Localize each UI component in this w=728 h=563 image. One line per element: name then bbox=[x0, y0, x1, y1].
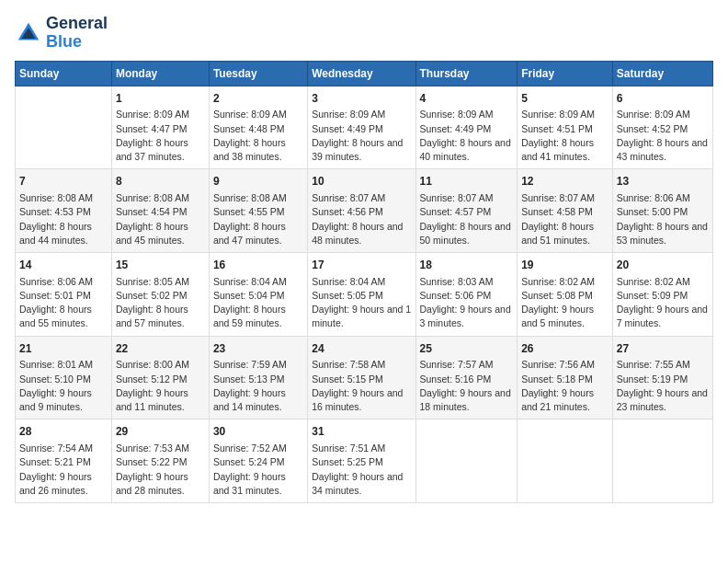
day-number: 24 bbox=[312, 341, 411, 357]
calendar-cell: 11Sunrise: 8:07 AMSunset: 4:57 PMDayligh… bbox=[415, 169, 518, 253]
day-detail: Sunrise: 8:08 AMSunset: 4:55 PMDaylight:… bbox=[213, 191, 303, 247]
calendar-cell: 28Sunrise: 7:54 AMSunset: 5:21 PMDayligh… bbox=[16, 419, 112, 503]
day-number: 15 bbox=[116, 258, 205, 273]
day-number: 2 bbox=[213, 91, 303, 107]
calendar-cell: 30Sunrise: 7:52 AMSunset: 5:24 PMDayligh… bbox=[209, 419, 307, 503]
day-number: 18 bbox=[420, 258, 514, 273]
calendar-cell: 12Sunrise: 8:07 AMSunset: 4:58 PMDayligh… bbox=[518, 169, 613, 253]
day-number: 31 bbox=[312, 424, 411, 440]
calendar-cell: 24Sunrise: 7:58 AMSunset: 5:15 PMDayligh… bbox=[308, 336, 415, 419]
logo-icon bbox=[15, 19, 42, 47]
day-number: 29 bbox=[116, 424, 205, 440]
day-detail: Sunrise: 8:09 AMSunset: 4:49 PMDaylight:… bbox=[312, 108, 411, 164]
day-number: 23 bbox=[213, 341, 303, 357]
calendar-cell: 15Sunrise: 8:05 AMSunset: 5:02 PMDayligh… bbox=[111, 252, 209, 336]
day-detail: Sunrise: 7:57 AMSunset: 5:16 PMDaylight:… bbox=[420, 358, 514, 414]
calendar-cell: 26Sunrise: 7:56 AMSunset: 5:18 PMDayligh… bbox=[518, 336, 613, 419]
day-number: 12 bbox=[521, 174, 609, 190]
calendar-cell: 29Sunrise: 7:53 AMSunset: 5:22 PMDayligh… bbox=[111, 419, 209, 503]
day-detail: Sunrise: 8:09 AMSunset: 4:52 PMDaylight:… bbox=[617, 108, 709, 164]
calendar-week-row: 14Sunrise: 8:06 AMSunset: 5:01 PMDayligh… bbox=[16, 252, 713, 336]
calendar-cell: 6Sunrise: 8:09 AMSunset: 4:52 PMDaylight… bbox=[612, 86, 712, 169]
calendar-week-row: 7Sunrise: 8:08 AMSunset: 4:53 PMDaylight… bbox=[16, 169, 713, 253]
day-detail: Sunrise: 7:51 AMSunset: 5:25 PMDaylight:… bbox=[312, 442, 411, 498]
day-number: 13 bbox=[617, 174, 709, 190]
day-number: 7 bbox=[19, 174, 108, 190]
day-number: 17 bbox=[312, 258, 411, 273]
day-number: 16 bbox=[213, 258, 303, 273]
logo: General Blue bbox=[15, 15, 108, 52]
calendar-cell: 4Sunrise: 8:09 AMSunset: 4:49 PMDaylight… bbox=[415, 86, 518, 169]
day-number: 8 bbox=[116, 174, 205, 190]
calendar-cell: 25Sunrise: 7:57 AMSunset: 5:16 PMDayligh… bbox=[415, 336, 518, 419]
day-number: 30 bbox=[213, 424, 303, 440]
day-number: 27 bbox=[617, 341, 709, 357]
day-number: 1 bbox=[116, 91, 205, 107]
day-detail: Sunrise: 8:06 AMSunset: 5:01 PMDaylight:… bbox=[19, 275, 108, 331]
calendar-cell: 3Sunrise: 8:09 AMSunset: 4:49 PMDaylight… bbox=[308, 86, 415, 169]
day-number: 9 bbox=[213, 174, 303, 190]
calendar-cell: 21Sunrise: 8:01 AMSunset: 5:10 PMDayligh… bbox=[16, 336, 112, 419]
day-detail: Sunrise: 7:58 AMSunset: 5:15 PMDaylight:… bbox=[312, 358, 411, 414]
calendar-cell: 17Sunrise: 8:04 AMSunset: 5:05 PMDayligh… bbox=[308, 252, 415, 336]
day-number: 5 bbox=[521, 91, 609, 107]
calendar-table: SundayMondayTuesdayWednesdayThursdayFrid… bbox=[15, 61, 713, 503]
day-number: 26 bbox=[521, 341, 609, 357]
day-detail: Sunrise: 7:56 AMSunset: 5:18 PMDaylight:… bbox=[521, 358, 609, 414]
day-detail: Sunrise: 8:03 AMSunset: 5:06 PMDaylight:… bbox=[420, 275, 514, 331]
calendar-cell bbox=[415, 419, 518, 503]
calendar-week-row: 21Sunrise: 8:01 AMSunset: 5:10 PMDayligh… bbox=[16, 336, 713, 419]
day-detail: Sunrise: 8:07 AMSunset: 4:58 PMDaylight:… bbox=[521, 191, 609, 247]
logo-text-line2: Blue bbox=[46, 33, 108, 52]
calendar-cell: 19Sunrise: 8:02 AMSunset: 5:08 PMDayligh… bbox=[518, 252, 613, 336]
day-detail: Sunrise: 8:09 AMSunset: 4:47 PMDaylight:… bbox=[116, 108, 205, 164]
day-detail: Sunrise: 8:04 AMSunset: 5:04 PMDaylight:… bbox=[213, 275, 303, 331]
day-detail: Sunrise: 8:00 AMSunset: 5:12 PMDaylight:… bbox=[116, 358, 205, 414]
day-detail: Sunrise: 7:53 AMSunset: 5:22 PMDaylight:… bbox=[116, 442, 205, 498]
day-number: 14 bbox=[19, 258, 108, 273]
day-number: 11 bbox=[420, 174, 514, 190]
calendar-cell: 1Sunrise: 8:09 AMSunset: 4:47 PMDaylight… bbox=[111, 86, 209, 169]
day-number: 10 bbox=[312, 174, 411, 190]
day-detail: Sunrise: 8:07 AMSunset: 4:56 PMDaylight:… bbox=[312, 191, 411, 247]
calendar-cell: 2Sunrise: 8:09 AMSunset: 4:48 PMDaylight… bbox=[209, 86, 307, 169]
calendar-cell: 27Sunrise: 7:55 AMSunset: 5:19 PMDayligh… bbox=[612, 336, 712, 419]
day-detail: Sunrise: 8:01 AMSunset: 5:10 PMDaylight:… bbox=[19, 358, 108, 414]
calendar-cell: 5Sunrise: 8:09 AMSunset: 4:51 PMDaylight… bbox=[518, 86, 613, 169]
day-number: 22 bbox=[116, 341, 205, 357]
day-number: 28 bbox=[19, 424, 108, 440]
calendar-cell: 8Sunrise: 8:08 AMSunset: 4:54 PMDaylight… bbox=[111, 169, 209, 253]
day-detail: Sunrise: 8:09 AMSunset: 4:51 PMDaylight:… bbox=[521, 108, 609, 164]
logo-text-line1: General bbox=[46, 15, 108, 33]
calendar-week-row: 28Sunrise: 7:54 AMSunset: 5:21 PMDayligh… bbox=[16, 419, 713, 503]
calendar-cell: 23Sunrise: 7:59 AMSunset: 5:13 PMDayligh… bbox=[209, 336, 307, 419]
day-detail: Sunrise: 7:55 AMSunset: 5:19 PMDaylight:… bbox=[617, 358, 709, 414]
day-number: 20 bbox=[617, 258, 709, 273]
calendar-cell: 10Sunrise: 8:07 AMSunset: 4:56 PMDayligh… bbox=[308, 169, 415, 253]
weekday-header-wednesday: Wednesday bbox=[308, 61, 415, 86]
calendar-cell: 13Sunrise: 8:06 AMSunset: 5:00 PMDayligh… bbox=[612, 169, 712, 253]
day-detail: Sunrise: 8:04 AMSunset: 5:05 PMDaylight:… bbox=[312, 275, 411, 331]
day-detail: Sunrise: 8:08 AMSunset: 4:54 PMDaylight:… bbox=[116, 191, 205, 247]
calendar-cell: 9Sunrise: 8:08 AMSunset: 4:55 PMDaylight… bbox=[209, 169, 307, 253]
day-detail: Sunrise: 8:05 AMSunset: 5:02 PMDaylight:… bbox=[116, 275, 205, 331]
calendar-cell: 31Sunrise: 7:51 AMSunset: 5:25 PMDayligh… bbox=[308, 419, 415, 503]
page-header: General Blue bbox=[15, 15, 713, 52]
calendar-cell: 7Sunrise: 8:08 AMSunset: 4:53 PMDaylight… bbox=[16, 169, 112, 253]
weekday-header-sunday: Sunday bbox=[16, 61, 112, 86]
calendar-cell bbox=[518, 419, 613, 503]
weekday-header-tuesday: Tuesday bbox=[209, 61, 307, 86]
day-detail: Sunrise: 8:02 AMSunset: 5:09 PMDaylight:… bbox=[617, 275, 709, 331]
day-detail: Sunrise: 7:52 AMSunset: 5:24 PMDaylight:… bbox=[213, 442, 303, 498]
calendar-cell: 16Sunrise: 8:04 AMSunset: 5:04 PMDayligh… bbox=[209, 252, 307, 336]
day-detail: Sunrise: 7:59 AMSunset: 5:13 PMDaylight:… bbox=[213, 358, 303, 414]
calendar-cell: 18Sunrise: 8:03 AMSunset: 5:06 PMDayligh… bbox=[415, 252, 518, 336]
calendar-cell: 22Sunrise: 8:00 AMSunset: 5:12 PMDayligh… bbox=[111, 336, 209, 419]
day-detail: Sunrise: 8:08 AMSunset: 4:53 PMDaylight:… bbox=[19, 191, 108, 247]
day-number: 4 bbox=[420, 91, 514, 107]
day-number: 19 bbox=[521, 258, 609, 273]
day-number: 25 bbox=[420, 341, 514, 357]
weekday-header-thursday: Thursday bbox=[415, 61, 518, 86]
weekday-header-row: SundayMondayTuesdayWednesdayThursdayFrid… bbox=[16, 61, 713, 86]
weekday-header-saturday: Saturday bbox=[612, 61, 712, 86]
